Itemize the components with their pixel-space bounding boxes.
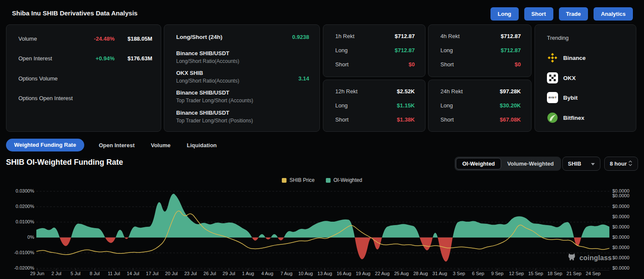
legend-item-shib-price[interactable]: SHIB Price — [282, 177, 315, 183]
coinglass-watermark: coinglass — [567, 252, 612, 264]
x-axis-label: 19 Aug — [356, 271, 370, 276]
x-axis-label: 18 Sep — [547, 271, 562, 276]
left-axis-label: 0% — [27, 234, 34, 240]
stats-row[interactable]: Open Interest+0.94%$176.63M — [18, 54, 152, 62]
toggle-volume-weighted[interactable]: Volume-Weighted — [501, 158, 560, 169]
ratio-pair-title: Binance SHIB/USDT — [176, 110, 281, 116]
ratio-pair-subtitle: Long/Short Ratio(Accounts) — [176, 78, 281, 84]
trending-item-label: Bitfinex — [563, 115, 585, 121]
rekt-long-label: Long — [440, 102, 453, 109]
rekt-long-label: Long — [335, 102, 348, 109]
tab-weighted-funding-rate[interactable]: Weighted Funding Rate — [6, 139, 84, 151]
funding-rate-chart[interactable] — [36, 188, 609, 270]
watermark-text: coinglass — [579, 254, 612, 262]
binance-icon — [547, 52, 558, 63]
rekt-short-value: $1.38K — [397, 116, 415, 123]
long-short-ratio-card: Long/Short (24h) 0.9238 Binance SHIB/USD… — [164, 24, 320, 132]
x-axis-label: 3 Sep — [453, 271, 465, 276]
stat-label: Options Open Interest — [18, 95, 82, 101]
stat-label: Volume — [18, 36, 82, 42]
x-axis-label: 13 Aug — [317, 271, 332, 276]
x-axis-label: 14 Jul — [127, 271, 139, 276]
interval-select[interactable]: 8 hour — [604, 157, 638, 171]
funding-area-positive — [36, 194, 609, 262]
rekt-title: 4h Rekt — [440, 33, 460, 39]
left-axis-label: -0.0200% — [14, 265, 34, 270]
x-axis-label: 21 Sep — [567, 271, 582, 276]
left-axis-label: 0.0300% — [16, 188, 34, 193]
stats-row[interactable]: Options Volume — [18, 74, 152, 82]
x-axis-label: 31 Aug — [432, 271, 447, 276]
ratio-row[interactable]: Binance SHIB/USDTLong/Short Ratio(Accoun… — [176, 50, 281, 64]
x-axis-label: 15 Sep — [528, 271, 543, 276]
symbol-select[interactable]: SHIB — [562, 157, 600, 171]
rekt-row: Long$712.87 — [440, 46, 521, 54]
rekt-long-value: $712.87 — [395, 47, 415, 53]
rekt-short-value: $0 — [409, 61, 415, 68]
right-axis-label: $0.0000 — [612, 255, 629, 260]
trending-item-label: OKX — [563, 75, 576, 81]
right-axis-label: $0.0000 — [612, 204, 629, 209]
rekt-long-value: $30.20K — [500, 102, 521, 109]
rekt-card-12h: 12h Rekt$2.52KLong$1.15KShort$1.38K — [323, 80, 425, 132]
left-axis: 0.0300%0.0200%0.0100%0%-0.0100%-0.0200% — [0, 188, 34, 274]
chevron-up-down-icon — [628, 160, 632, 168]
svg-text:BYB!T: BYB!T — [549, 96, 557, 99]
x-axis-label: 22 Aug — [375, 271, 390, 276]
x-axis-label: 24 Sep — [586, 271, 601, 276]
ratio-pair-title: Binance SHIB/USDT — [176, 89, 281, 96]
ratio-row[interactable]: Binance SHIB/USDTTop Trader Long/Short (… — [176, 110, 281, 124]
trending-item-bitfinex[interactable]: Bitfinex — [547, 112, 585, 124]
header-button-long[interactable]: Long — [490, 7, 519, 21]
stats-row[interactable]: Options Open Interest — [18, 94, 152, 102]
chart-legend: SHIB PriceOI-Weighted — [0, 177, 644, 183]
x-axis-label: 4 Aug — [261, 271, 273, 276]
x-axis-label: 17 Jul — [146, 271, 158, 276]
rekt-long-label: Long — [440, 47, 453, 53]
rekt-row: Short$0 — [335, 60, 415, 68]
stats-card: Volume-24.48%$188.05MOpen Interest+0.94%… — [6, 24, 161, 132]
rekt-row: 4h Rekt$712.87 — [440, 32, 521, 40]
left-axis-label: 0.0100% — [16, 219, 34, 224]
x-axis-label: 9 Sep — [491, 271, 504, 276]
x-axis-label: 12 Sep — [509, 271, 524, 276]
x-axis-label: 25 Aug — [394, 271, 409, 276]
page-title: Shiba Inu SHIB Derivatives Data Analysis — [12, 9, 138, 17]
derivatives-dashboard: Shiba Inu SHIB Derivatives Data Analysis… — [0, 0, 644, 279]
ratio-row[interactable]: Binance SHIB/USDTTop Trader Long/Short (… — [176, 89, 281, 104]
tab-liquidation[interactable]: Liquidation — [185, 142, 219, 148]
chevron-down-icon — [591, 160, 595, 167]
tab-volume[interactable]: Volume — [149, 142, 172, 148]
right-axis-label: $0.0000 — [612, 214, 629, 219]
rekt-short-value: $67.08K — [500, 116, 521, 123]
ratio-pair-title: OKX SHIB — [176, 70, 281, 76]
stats-row[interactable]: Volume-24.48%$188.05M — [18, 35, 152, 42]
trending-item-bybit[interactable]: BYB!TBybit — [547, 92, 578, 104]
weighting-toggle: OI-WeightedVolume-Weighted — [455, 157, 561, 171]
trending-item-binance[interactable]: Binance — [547, 52, 586, 64]
rekt-long-label: Long — [335, 47, 348, 53]
toggle-oi-weighted[interactable]: OI-Weighted — [456, 158, 501, 169]
x-axis-label: 28 Aug — [413, 271, 428, 276]
header-button-analytics[interactable]: Analytics — [594, 7, 633, 21]
ratio-pair-title: Binance SHIB/USDT — [176, 50, 281, 56]
header-button-short[interactable]: Short — [524, 7, 553, 21]
x-axis-label: 23 Jul — [184, 271, 197, 276]
right-axis-label: $0.0000 — [612, 234, 629, 240]
ratio-row[interactable]: OKX SHIBLong/Short Ratio(Accounts) — [176, 70, 281, 84]
rekt-short-value: $0 — [515, 61, 521, 68]
x-axis: 29 Jun2 Jul5 Jul8 Jul11 Jul14 Jul17 Jul2… — [36, 271, 618, 278]
stat-change: -24.48% — [82, 36, 115, 42]
rekt-row: 12h Rekt$2.52K — [335, 87, 415, 95]
rekt-row: 1h Rekt$712.87 — [335, 32, 415, 40]
rekt-card-24h: 24h Rekt$97.28KLong$30.20KShort$67.08K — [428, 80, 532, 132]
right-axis: $0.0000$0.0000$0.0000$0.0000$0.0000$0.00… — [612, 188, 642, 274]
x-axis-label: 8 Jul — [90, 271, 100, 276]
trending-item-label: Binance — [563, 55, 586, 61]
x-axis-label: 20 Jul — [165, 271, 177, 276]
legend-item-oi-weighted[interactable]: OI-Weighted — [326, 177, 362, 183]
header-button-trade[interactable]: Trade — [559, 7, 588, 21]
chart-tabs: Weighted Funding RateOpen InterestVolume… — [6, 139, 219, 151]
trending-item-okx[interactable]: OKX — [547, 72, 576, 84]
tab-open-interest[interactable]: Open Interest — [97, 142, 136, 148]
